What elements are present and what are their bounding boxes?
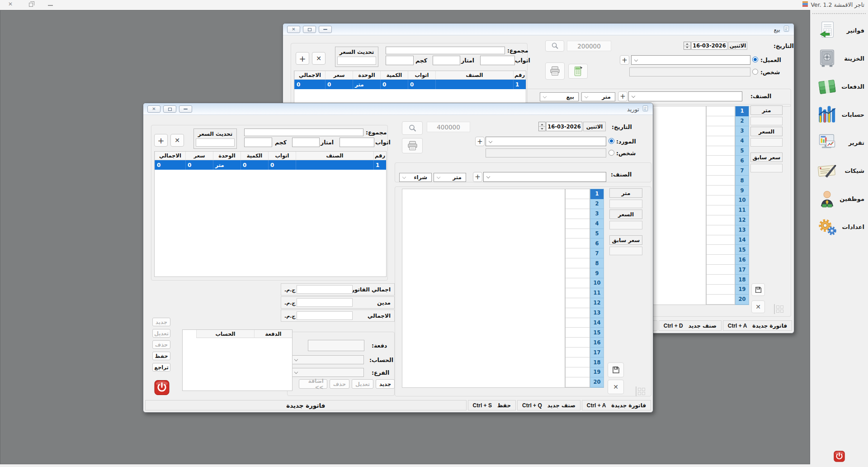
pieces-field[interactable] xyxy=(340,138,374,147)
search-icon[interactable] xyxy=(402,121,423,135)
customer-radio[interactable] xyxy=(752,57,758,62)
grid-cell[interactable] xyxy=(707,195,735,205)
grid-row-number[interactable]: 18 xyxy=(736,275,749,285)
grid-row-number[interactable]: 17 xyxy=(736,265,749,275)
delete-row-button[interactable]: ✕ xyxy=(170,134,184,147)
supplier-combo[interactable] xyxy=(486,137,606,146)
grid-cell[interactable] xyxy=(566,278,590,288)
person-radio[interactable] xyxy=(752,69,758,75)
action-button-3[interactable]: حفظ xyxy=(152,352,170,360)
print-icon[interactable] xyxy=(402,138,423,153)
grid-row-number[interactable]: 1 xyxy=(590,189,604,199)
invoice-number-field[interactable]: 200000 xyxy=(567,41,611,51)
grid-cell[interactable] xyxy=(707,285,735,295)
date-spinner[interactable] xyxy=(684,42,691,50)
grid-cell[interactable] xyxy=(707,205,735,215)
grid-row-number[interactable]: 8 xyxy=(590,258,604,268)
grid-row-number[interactable]: 15 xyxy=(590,328,604,338)
grid-cell[interactable] xyxy=(566,219,590,229)
grid-row-number[interactable]: 4 xyxy=(590,219,604,229)
grid-cell[interactable] xyxy=(566,308,590,318)
supply-titlebar[interactable]: توريد ✕ xyxy=(143,103,653,115)
grid-cell[interactable] xyxy=(707,245,735,255)
grid-cell[interactable] xyxy=(707,255,735,265)
invoice-number-field[interactable]: 400000 xyxy=(427,122,470,132)
sidebar-item[interactable]: موظفين xyxy=(810,185,868,213)
clear-icon[interactable]: ✕ xyxy=(608,380,624,394)
grid-row-number[interactable]: 7 xyxy=(590,248,604,258)
total-value-field[interactable] xyxy=(297,298,353,307)
grid-cell[interactable] xyxy=(566,268,590,278)
grid-cell[interactable] xyxy=(566,229,590,239)
statusbar-cell[interactable]: حفظCtrl + S xyxy=(468,400,516,410)
grid-cell[interactable] xyxy=(707,265,735,275)
grid-row-number[interactable]: 2 xyxy=(590,199,604,209)
grid-row-number[interactable]: 12 xyxy=(736,215,749,225)
grid-row-number[interactable]: 20 xyxy=(590,377,604,387)
unit-dropdown[interactable]: متر xyxy=(581,92,615,101)
grid-row-number[interactable]: 19 xyxy=(736,285,749,295)
person-radio[interactable] xyxy=(609,150,614,156)
grid-row-number[interactable]: 9 xyxy=(590,268,604,278)
person-field[interactable] xyxy=(629,67,750,76)
maximize-icon[interactable] xyxy=(303,26,316,33)
grid-row-number[interactable]: 14 xyxy=(736,235,749,245)
kg-field[interactable] xyxy=(244,138,272,147)
grid-row-number[interactable]: 12 xyxy=(590,298,604,308)
minimize-icon[interactable] xyxy=(179,105,192,113)
total-value-field[interactable] xyxy=(297,285,353,294)
add-item-button[interactable]: + xyxy=(618,91,627,101)
add-row-button[interactable]: + xyxy=(296,52,309,65)
side-field-value[interactable] xyxy=(750,117,783,125)
side-field-value[interactable] xyxy=(609,200,642,208)
grid-cell[interactable] xyxy=(707,116,735,126)
item-combo[interactable] xyxy=(483,172,606,182)
grid-cell[interactable] xyxy=(707,176,735,186)
date-field[interactable]: 16-03-2026 xyxy=(546,122,582,131)
grid-row-number[interactable]: 11 xyxy=(590,288,604,298)
grid-cell[interactable] xyxy=(707,235,735,245)
statusbar-cell[interactable]: صنف جديدCtrl + D xyxy=(659,320,722,331)
person-field[interactable] xyxy=(486,148,606,157)
grid-cell[interactable] xyxy=(707,156,735,166)
grid-row-number[interactable]: 13 xyxy=(736,225,749,235)
grid-cell[interactable] xyxy=(707,126,735,136)
grid-cell[interactable] xyxy=(707,166,735,176)
grid-cell[interactable] xyxy=(566,298,590,308)
add-customer-button[interactable]: + xyxy=(620,55,629,65)
grid-row-number[interactable]: 9 xyxy=(736,186,749,195)
grid-cell[interactable] xyxy=(566,357,590,367)
payment-field[interactable] xyxy=(308,340,364,351)
grid-row-number[interactable]: 7 xyxy=(736,166,749,176)
sidebar-item[interactable]: فواتير xyxy=(810,16,868,44)
sidebar-item[interactable]: الدفعات xyxy=(810,72,868,100)
power-icon[interactable] xyxy=(154,379,170,396)
grid-row-number[interactable]: 1 xyxy=(736,106,749,116)
pieces-field[interactable] xyxy=(480,56,515,65)
grid-row-number[interactable]: 4 xyxy=(736,136,749,146)
invoice-list-icon[interactable] xyxy=(568,64,588,79)
search-icon[interactable] xyxy=(545,40,564,52)
grid-cell[interactable] xyxy=(566,367,590,377)
grid-cell[interactable] xyxy=(707,136,735,146)
grid-row-number[interactable]: 16 xyxy=(736,255,749,265)
statusbar-cell[interactable]: فاتورة جديدةCtrl + A xyxy=(582,400,651,410)
customer-combo[interactable] xyxy=(631,55,750,65)
sidebar-item[interactable]: شيكات xyxy=(810,157,868,185)
update-price-field[interactable] xyxy=(337,57,376,65)
update-price-field[interactable] xyxy=(196,138,235,147)
close-icon[interactable]: ✕ xyxy=(287,26,300,33)
grid-row-number[interactable]: 3 xyxy=(736,126,749,136)
grid-row-number[interactable]: 18 xyxy=(590,357,604,367)
side-field-value[interactable] xyxy=(750,164,783,172)
payment-button-0[interactable]: جديد xyxy=(376,379,395,389)
action-button-4[interactable]: تراجع xyxy=(152,363,170,372)
kg-field[interactable] xyxy=(386,56,414,65)
grid-cell[interactable] xyxy=(566,377,590,387)
branch-combo[interactable] xyxy=(291,368,364,377)
app-titlebar[interactable]: تاجر الاقمشة Ver. 1.2 ✕ xyxy=(0,0,868,10)
grid-row-number[interactable]: 11 xyxy=(736,205,749,215)
grid-cell[interactable] xyxy=(566,258,590,268)
grid-cell[interactable] xyxy=(566,318,590,328)
grid-row-number[interactable]: 16 xyxy=(590,338,604,348)
